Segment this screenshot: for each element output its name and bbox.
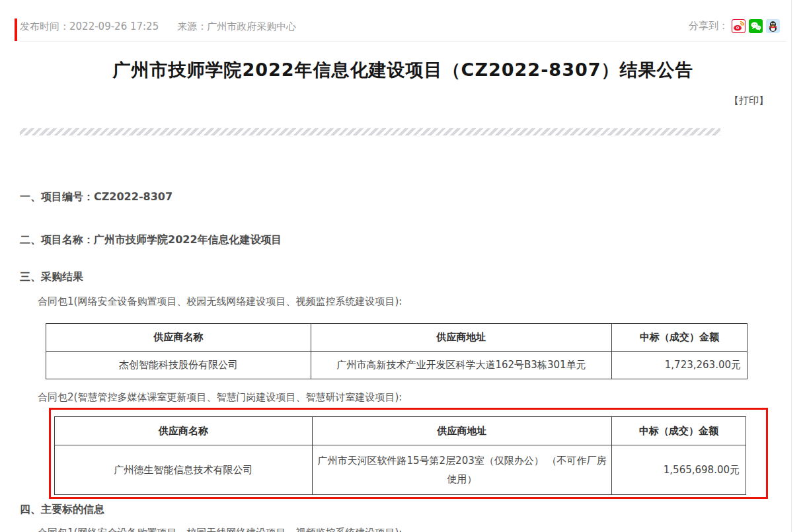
meta-bar: 发布时间：2022-09-26 17:25来源：广州市政府采购中心	[20, 20, 296, 33]
hatch-divider	[20, 128, 720, 135]
publish-time-value: 2022-09-26 17:25	[69, 20, 159, 32]
section-project-name: 二、项目名称：广州市技师学院2022年信息化建设项目	[20, 233, 282, 247]
package1-repeat-label-cropped: 合同包1(网络安全设备购置项目、校园无线网络建设项目、视频监控系统建设项目):	[38, 527, 402, 532]
supplier-address-cell: 广州市天河区软件路15号第2层203室（仅限办公） （不可作厂房使用）	[313, 445, 612, 495]
col-supplier-address: 供应商地址	[311, 324, 612, 352]
award-amount-cell: 1,565,698.00元	[612, 445, 746, 495]
supplier-address-cell: 广州市高新技术产业开发区科学大道162号B3栋301单元	[311, 352, 612, 379]
col-supplier-name: 供应商名称	[46, 324, 311, 352]
publish-time-label: 发布时间：	[20, 20, 69, 32]
table-header-row: 供应商名称 供应商地址 中标（成交）金额	[46, 324, 748, 352]
source-value: 广州市政府采购中心	[207, 20, 296, 32]
source-label: 来源：	[177, 20, 207, 32]
col-award-amount: 中标（成交）金额	[612, 417, 746, 445]
supplier-name-cell: 广州德生智能信息技术有限公司	[55, 445, 313, 495]
annotation-mark	[15, 19, 17, 41]
qq-icon[interactable]	[766, 19, 780, 33]
package1-label: 合同包1(网络安全设备购置项目、校园无线网络建设项目、视频监控系统建设项目):	[38, 295, 402, 308]
weibo-icon[interactable]	[732, 19, 746, 33]
table-row: 杰创智能科技股份有限公司 广州市高新技术产业开发区科学大道162号B3栋301单…	[46, 352, 748, 379]
wechat-icon[interactable]	[749, 19, 763, 33]
result-table-package2: 供应商名称 供应商地址 中标（成交）金额 广州德生智能信息技术有限公司 广州市天…	[54, 416, 746, 495]
print-button[interactable]: 【打印】	[729, 95, 769, 107]
page-title: 广州市技师学院2022年信息化建设项目（CZ2022-8307）结果公告	[20, 58, 786, 82]
section-project-number: 一、项目编号：CZ2022-8307	[20, 190, 172, 204]
award-amount-cell: 1,723,263.00元	[612, 352, 748, 379]
table-header-row: 供应商名称 供应商地址 中标（成交）金额	[55, 417, 746, 445]
section-procurement-result: 三、采购结果	[20, 270, 83, 284]
table-row: 广州德生智能信息技术有限公司 广州市天河区软件路15号第2层203室（仅限办公）…	[55, 445, 746, 495]
supplier-name-cell: 杰创智能科技股份有限公司	[46, 352, 311, 379]
meta-divider	[20, 41, 786, 42]
col-supplier-address: 供应商地址	[313, 417, 612, 445]
col-award-amount: 中标（成交）金额	[612, 324, 748, 352]
col-supplier-name: 供应商名称	[55, 417, 313, 445]
package2-label: 合同包2(智慧管控多媒体课室更新项目、智慧门岗建设项目、智慧研讨室建设项目):	[38, 391, 402, 404]
section-main-subject-info: 四、主要标的信息	[20, 503, 104, 517]
page-right-divider	[791, 0, 792, 532]
share-bar: 分享到：	[689, 19, 780, 33]
share-label: 分享到：	[689, 20, 728, 32]
result-table-package1: 供应商名称 供应商地址 中标（成交）金额 杰创智能科技股份有限公司 广州市高新技…	[46, 323, 748, 379]
